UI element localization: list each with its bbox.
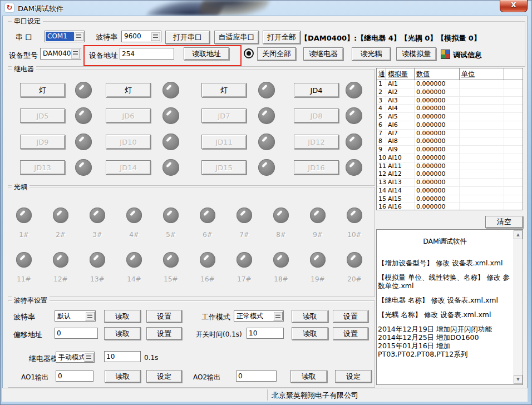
ao1-input[interactable] — [56, 371, 93, 382]
opto-lamp-label-15: 15# — [159, 275, 183, 283]
table-cell — [504, 97, 523, 105]
info-panel-scrollbar[interactable] — [513, 230, 522, 384]
baud-setting-dropdown-icon[interactable] — [85, 312, 95, 320]
read-relay-button[interactable]: 读继电器 — [303, 47, 343, 61]
relay-button-3[interactable]: 灯 — [201, 83, 247, 97]
switchtime-input[interactable] — [247, 328, 284, 339]
table-cell: 0.000000 — [415, 105, 460, 113]
table-row[interactable]: 3AI30.000000 — [377, 97, 523, 105]
switchtime-set-button[interactable]: 设置 — [333, 327, 368, 340]
opto-lamp-label-17: 17# — [232, 275, 257, 283]
relay-button-16[interactable]: JD16 — [294, 160, 339, 175]
offset-read-button[interactable]: 读取 — [104, 327, 141, 340]
opto-lamp-6 — [200, 208, 215, 223]
relay-button-7[interactable]: JD7 — [201, 108, 247, 123]
history-line-2: 2014年12月25日 增加DO1600 — [378, 333, 512, 342]
table-cell — [460, 97, 504, 105]
workmode-combobox[interactable]: 正常模式 — [234, 310, 284, 322]
open-all-button[interactable]: 打开全部 — [263, 31, 301, 44]
relay-button-6[interactable]: JD6 — [106, 108, 151, 123]
baud-rate-dropdown-icon[interactable] — [151, 32, 160, 41]
table-cell: 3 — [377, 97, 386, 105]
table-row[interactable]: 4AI40.000000 — [377, 105, 523, 113]
table-row[interactable]: 1AI10.000000 — [377, 80, 523, 88]
table-row[interactable]: 10AI100.000000 — [377, 154, 523, 162]
relay-button-12[interactable]: JD12 — [294, 135, 339, 149]
table-cell — [460, 80, 504, 88]
table-row[interactable]: 9AI90.000000 — [377, 146, 523, 154]
scroll-down-icon[interactable]: ▼ — [514, 375, 523, 384]
relay-lamp-10 — [162, 134, 179, 150]
relay-button-9[interactable]: JD9 — [20, 135, 65, 149]
ao1-read-button[interactable]: 读取 — [105, 370, 141, 383]
table-row[interactable]: 15AI150.000000 — [377, 195, 523, 204]
history-line-3: 2015年01月16日 增加PT03,PT02,PT08,PT12系列 — [378, 342, 512, 358]
ao2-input[interactable] — [236, 371, 277, 382]
relay-button-13[interactable]: JD13 — [20, 160, 65, 175]
table-cell — [460, 105, 504, 113]
offset-set-button[interactable]: 设置 — [146, 327, 182, 340]
table-row[interactable]: 7AI70.000000 — [377, 130, 523, 138]
relay-button-4[interactable]: JD4 — [294, 83, 339, 97]
table-row[interactable]: 5AI50.000000 — [377, 113, 523, 121]
open-serial-button[interactable]: 打开串口 — [165, 31, 210, 44]
offset-address-input[interactable] — [55, 328, 98, 339]
table-cell: AI10 — [386, 154, 415, 162]
table-cell: 0.000000 — [415, 162, 460, 171]
read-opto-button[interactable]: 读光耦 — [352, 47, 391, 61]
analog-table-header: 通模拟量数值单位 — [377, 68, 523, 80]
table-row[interactable]: 16AI160.000000 — [377, 203, 523, 210]
adaptive-serial-button[interactable]: 自适应串口 — [214, 31, 259, 44]
app-window: ↻ DAM调试软件 X 串口设定 串 口 COM1 波特率 9600 打开串口 … — [0, 0, 532, 405]
table-cell — [504, 195, 523, 204]
relay-button-11[interactable]: JD11 — [201, 135, 247, 149]
info-panel-text: DAM调试软件 【增加设备型号】 修改 设备表.xml.xml【模拟量 单位、线… — [378, 230, 512, 384]
serial-port-dropdown-icon[interactable] — [74, 32, 83, 41]
opto-lamp-label-14: 14# — [122, 275, 146, 283]
table-row[interactable]: 12AI120.000000 — [377, 170, 523, 179]
opto-lamp-label-18: 18# — [269, 275, 293, 283]
analog-table-body: 1AI10.0000002AI20.0000003AI30.0000004AI4… — [377, 80, 523, 210]
opto-lamp-label-1: 1# — [12, 231, 36, 239]
clear-button[interactable]: 清空 — [485, 216, 523, 228]
relay-button-1[interactable]: 灯 — [20, 83, 65, 97]
relay-button-2[interactable]: 灯 — [106, 83, 151, 97]
read-analog-button[interactable]: 读模拟量 — [396, 47, 436, 61]
workmode-set-button[interactable]: 设置 — [333, 310, 368, 323]
workmode-value: 正常模式 — [235, 312, 274, 320]
workmode-dropdown-icon[interactable] — [273, 312, 283, 320]
relay-button-5[interactable]: JD5 — [20, 108, 65, 123]
relaymode-time-input[interactable] — [104, 351, 141, 362]
table-row[interactable]: 2AI20.000000 — [377, 88, 523, 97]
device-model-combobox[interactable]: DAM0400 — [40, 48, 81, 60]
opto-lamp-2 — [53, 208, 68, 223]
relay-button-15[interactable]: JD15 — [201, 160, 247, 175]
switchtime-read-button[interactable]: 读取 — [292, 327, 328, 340]
scroll-up-icon[interactable]: ▲ — [514, 230, 523, 239]
relay-button-14[interactable]: JD14 — [106, 160, 151, 175]
relay-button-8[interactable]: JD8 — [294, 108, 339, 123]
close-button[interactable]: X — [500, 0, 528, 12]
table-cell: 0.000000 — [415, 113, 460, 121]
opto-lamp-19 — [310, 252, 326, 268]
table-row[interactable]: 6AI60.000000 — [377, 121, 523, 130]
relaymode-combobox[interactable]: 手动模式 — [56, 352, 95, 363]
table-cell: 0.000000 — [415, 80, 460, 88]
table-row[interactable]: 11AI110.000000 — [377, 162, 523, 171]
device-model-dropdown-icon[interactable] — [71, 49, 80, 58]
close-all-button[interactable]: 关闭全部 — [257, 47, 296, 61]
table-row[interactable]: 8AI80.000000 — [377, 137, 523, 146]
ao2-set-button[interactable]: 设定 — [335, 370, 372, 383]
baud-read-button[interactable]: 读取 — [104, 310, 141, 323]
ao1-set-button[interactable]: 设定 — [146, 370, 182, 383]
table-row[interactable]: 14AI140.000000 — [377, 187, 523, 195]
table-row[interactable]: 13AI130.000000 — [377, 179, 523, 187]
baud-set-button[interactable]: 设置 — [146, 310, 182, 323]
relay-button-10[interactable]: JD10 — [106, 135, 151, 149]
ao2-read-button[interactable]: 读取 — [290, 370, 327, 383]
workmode-read-button[interactable]: 读取 — [292, 310, 328, 323]
baud-rate-combobox[interactable]: 9600 — [121, 31, 161, 42]
relaymode-dropdown-icon[interactable] — [84, 353, 93, 362]
baud-setting-combobox[interactable]: 默认 — [55, 310, 96, 322]
serial-port-combobox[interactable]: COM1 — [45, 31, 85, 42]
